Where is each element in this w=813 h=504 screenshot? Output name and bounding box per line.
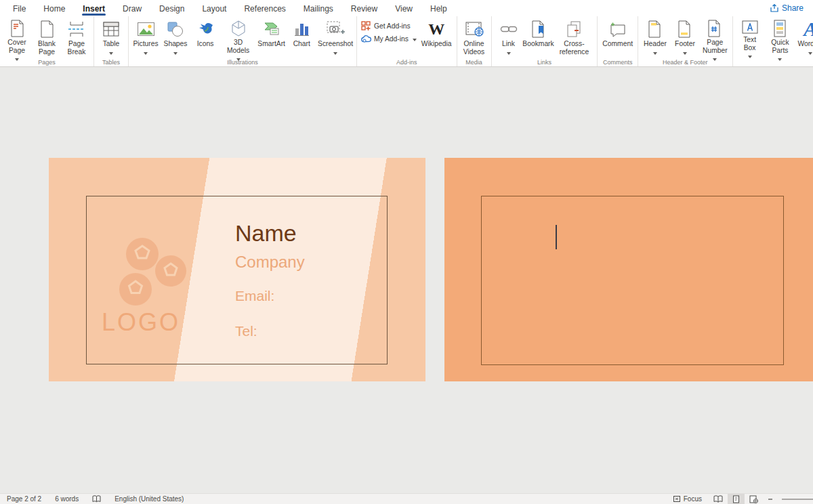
chart-button[interactable]: Chart [287,18,316,60]
footer-button[interactable]: Footer [670,18,700,60]
shapes-icon [167,20,184,39]
card-name-text[interactable]: Name [235,220,297,247]
read-mode-button[interactable] [709,494,728,504]
blank-page-button[interactable]: Blank Page [32,18,62,60]
screenshot-button[interactable]: Screenshot [316,18,354,60]
group-label-header-footer: Header & Footer [638,59,732,66]
my-addins-button[interactable]: My Add-ins [359,34,419,43]
cross-reference-icon [565,20,583,39]
logo-placeholder-text[interactable]: LOGO [102,308,180,337]
3d-models-button[interactable]: 3D Models [220,18,256,60]
group-links: Link Bookmark Cross-reference Links [492,16,598,66]
smartart-icon [262,20,280,39]
group-comments: Comment Comments [598,16,638,66]
text-box-button[interactable]: Text Box [735,18,765,60]
page-break-icon [68,20,85,39]
3d-models-cube-icon [230,20,247,37]
tab-design[interactable]: Design [150,1,193,16]
table-icon [102,20,120,39]
my-addins-icon [361,35,371,43]
tab-layout[interactable]: Layout [193,1,235,16]
page-indicator[interactable]: Page 2 of 2 [0,495,48,503]
group-label-comments: Comments [598,59,638,66]
link-icon [500,20,518,39]
chevron-down-icon [507,49,511,57]
blueberry-logo-graphic [110,232,205,320]
wikipedia-icon [428,20,444,39]
quick-parts-button[interactable]: Quick Parts [765,18,796,60]
tab-home[interactable]: Home [35,1,74,16]
bookmark-button[interactable]: Bookmark [524,18,554,60]
chevron-down-icon [808,49,812,57]
tab-references[interactable]: References [235,1,294,16]
header-icon [647,20,663,39]
page-number-button[interactable]: Page Number [700,18,730,60]
status-bar: Page 2 of 2 6 words English (United Stat… [0,493,813,504]
group-pages: Cover Page Blank Page Page Break Pages [0,16,94,66]
print-layout-button[interactable] [728,494,745,504]
focus-mode-button[interactable]: Focus [666,495,709,503]
tab-review[interactable]: Review [342,1,386,16]
share-icon [770,4,778,12]
page-break-button[interactable]: Page Break [62,18,91,60]
table-button[interactable]: Table [96,18,126,60]
chevron-down-icon [173,49,178,57]
read-mode-icon [713,495,723,503]
group-header-footer: Header Footer Page Number Header & Foote… [638,16,733,66]
cover-page-icon [9,20,25,37]
header-button[interactable]: Header [640,18,670,60]
proofing-status-icon[interactable] [85,495,108,503]
zoom-slider[interactable] [782,499,813,500]
icons-bird-icon [196,20,214,39]
card-company-text[interactable]: Company [235,253,305,272]
cover-page-button[interactable]: Cover Page [2,18,32,60]
zoom-out-button[interactable] [763,494,778,504]
tab-insert[interactable]: Insert [74,1,114,16]
web-layout-button[interactable] [745,494,763,504]
share-button[interactable]: Share [761,3,813,13]
tab-help[interactable]: Help [421,1,456,16]
bookmark-icon [530,20,547,39]
get-addins-button[interactable]: Get Add-ins [359,20,419,32]
quick-parts-icon [772,20,787,37]
wordart-icon [804,20,813,39]
card-tel-text[interactable]: Tel: [235,323,257,339]
shapes-button[interactable]: Shapes [161,18,190,60]
tab-file[interactable]: File [4,1,35,16]
pictures-icon [137,20,155,39]
screenshot-camera-icon [326,20,345,39]
group-tables: Table Tables [94,16,129,66]
business-card-front[interactable]: LOGO Name Company Email: Tel: [49,158,425,381]
link-button[interactable]: Link [494,18,524,60]
language-indicator[interactable]: English (United States) [108,495,190,503]
comment-button[interactable]: Comment [600,18,635,60]
word-count[interactable]: 6 words [48,495,85,503]
tab-draw[interactable]: Draw [114,1,150,16]
business-card-back[interactable] [444,158,813,381]
document-canvas[interactable]: LOGO Name Company Email: Tel: [0,67,813,494]
group-label-illustrations: Illustrations [129,59,356,66]
smartart-button[interactable]: SmartArt [256,18,287,60]
tab-mailings[interactable]: Mailings [295,1,342,16]
wordart-button[interactable]: WordArt [795,18,813,60]
group-label-links: Links [492,59,598,66]
word-window: File Home Insert Draw Design Layout Refe… [0,0,813,504]
tab-view[interactable]: View [386,1,421,16]
blank-page-icon [39,20,55,39]
group-addins: Get Add-ins My Add-ins Wikipedia Add-ins [357,16,457,66]
chevron-down-icon [333,49,337,57]
group-label-media: Media [457,59,491,66]
icons-button[interactable]: Icons [190,18,220,60]
cross-reference-button[interactable]: Cross-reference [554,18,596,60]
group-media: Online Videos Media [457,16,492,66]
group-text: Text Box Quick Parts WordArt Drop Cap [733,16,813,66]
group-label-addins: Add-ins [357,59,457,66]
chart-icon [293,20,310,39]
online-videos-button[interactable]: Online Videos [459,18,489,60]
group-label-text: Text [733,59,813,66]
wikipedia-button[interactable]: Wikipedia [419,18,455,60]
chevron-down-icon [653,49,657,57]
card-border-frame [481,196,784,365]
card-email-text[interactable]: Email: [235,288,274,304]
pictures-button[interactable]: Pictures [131,18,161,60]
